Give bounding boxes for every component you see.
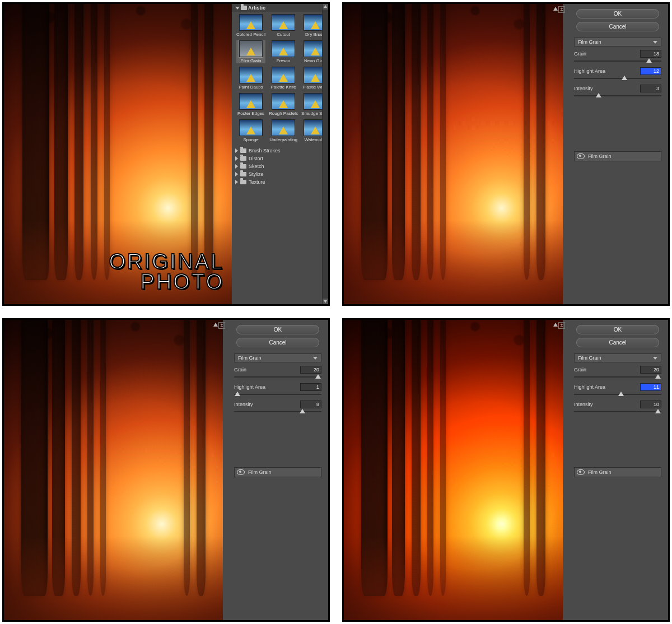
highlight-area-label: Highlight Area [234, 384, 300, 390]
folder-icon [240, 164, 246, 169]
grain-value[interactable]: 20 [300, 366, 321, 374]
scroll-up-icon[interactable] [323, 4, 328, 10]
folder-icon [240, 148, 246, 153]
ok-button[interactable]: OK [576, 325, 659, 334]
quad-original: ORIGINALPHOTO Artistic Colored PencilCut… [2, 2, 330, 306]
filter-select[interactable]: Film Grain [574, 38, 661, 46]
filter-thumb-label: Fresco [277, 58, 290, 63]
gallery-category-texture[interactable]: Texture [235, 178, 319, 186]
visibility-eye-icon[interactable] [577, 469, 585, 475]
filter-thumb-film-grain[interactable]: Film Grain [236, 40, 265, 63]
grain-slider[interactable] [234, 374, 321, 380]
filter-select-label: Film Grain [578, 39, 601, 45]
filter-thumb-poster-edges[interactable]: Poster Edges [236, 93, 265, 116]
filter-thumb-label: Poster Edges [237, 111, 264, 116]
quad-variant-2: ± OKCancelFilm GrainGrain18Highlight Are… [342, 2, 670, 306]
filter-category-list: Brush StrokesDistortSketchStylizeTexture [232, 146, 323, 187]
intensity-label: Intensity [574, 402, 640, 407]
expand-toggle-icon[interactable]: ± [558, 6, 565, 13]
highlight-area-value[interactable]: 1 [300, 383, 321, 391]
grain-label: Grain [574, 367, 640, 372]
expand-up-icon[interactable] [213, 322, 218, 328]
intensity-slider[interactable] [574, 409, 661, 415]
cancel-button[interactable]: Cancel [236, 338, 319, 347]
preview-image: ORIGINALPHOTO [4, 4, 232, 304]
chevron-down-icon [653, 41, 657, 44]
filter-thumb-cutout[interactable]: Cutout [269, 14, 298, 37]
chevron-down-icon [653, 357, 657, 360]
highlight-area-label: Highlight Area [574, 384, 640, 390]
grain-slider[interactable] [574, 374, 661, 380]
highlight-area-slider[interactable] [234, 392, 321, 397]
effect-layer-label: Film Grain [248, 469, 272, 475]
folder-icon [240, 156, 246, 161]
quad-variant-3: ± OKCancelFilm GrainGrain20Highlight Are… [2, 318, 330, 622]
cancel-button[interactable]: Cancel [576, 22, 659, 31]
filter-thumb-colored-pencil[interactable]: Colored Pencil [236, 14, 265, 37]
intensity-value[interactable]: 10 [640, 401, 661, 408]
cancel-button[interactable]: Cancel [576, 338, 659, 347]
effect-layer-row[interactable]: Film Grain [234, 467, 321, 477]
intensity-value[interactable]: 8 [300, 401, 321, 408]
intensity-value[interactable]: 3 [640, 85, 661, 92]
filter-thumb-fresco[interactable]: Fresco [269, 40, 298, 63]
filter-options-panel: OKCancelFilm GrainGrain20Highlight Area1… [227, 320, 328, 620]
expand-toggle-icon[interactable]: ± [558, 322, 565, 329]
chevron-right-icon [235, 148, 238, 153]
visibility-eye-icon[interactable] [577, 153, 585, 159]
highlight-area-value[interactable]: 11 [640, 383, 661, 391]
gallery-scrollbar[interactable] [322, 4, 328, 304]
filter-select[interactable]: Film Grain [574, 353, 661, 362]
filter-thumb-label: Sponge [243, 137, 259, 142]
chevron-right-icon [235, 164, 238, 169]
filter-thumb-label: Cutout [277, 32, 290, 37]
effect-layer-row[interactable]: Film Grain [574, 467, 661, 477]
filter-select[interactable]: Film Grain [234, 353, 321, 362]
filter-thumb-label: Film Grain [241, 58, 262, 63]
grain-slider[interactable] [574, 58, 661, 64]
gallery-category-artistic[interactable]: Artistic [232, 4, 323, 12]
gallery-category-stylize[interactable]: Stylize [235, 170, 319, 178]
grain-label: Grain [234, 367, 300, 372]
preview-image [344, 320, 563, 620]
grain-value[interactable]: 18 [640, 50, 661, 58]
filter-thumb-rough-pastels[interactable]: Rough Pastels [269, 93, 298, 116]
intensity-label: Intensity [574, 86, 640, 91]
filter-thumb-label: Palette Knife [270, 85, 296, 90]
folder-icon [240, 172, 246, 176]
filter-thumb-palette-knife[interactable]: Palette Knife [269, 67, 298, 90]
gallery-category-brush-strokes[interactable]: Brush Strokes [235, 147, 319, 155]
highlight-area-slider[interactable] [574, 76, 661, 81]
expand-up-icon[interactable] [553, 6, 558, 12]
effect-layer-label: Film Grain [588, 153, 612, 159]
preview-image [4, 320, 223, 620]
category-label: Texture [249, 179, 265, 185]
filter-select-label: Film Grain [578, 355, 601, 361]
intensity-slider[interactable] [234, 409, 321, 415]
expand-up-icon[interactable] [553, 322, 558, 328]
folder-icon [241, 6, 247, 10]
gallery-category-sketch[interactable]: Sketch [235, 162, 319, 170]
highlight-area-value[interactable]: 12 [640, 67, 661, 75]
scroll-down-icon[interactable] [323, 299, 328, 304]
filter-thumb-grid: Colored PencilCutoutDry BrushFilm GrainF… [232, 12, 323, 146]
filter-options-panel: OKCancelFilm GrainGrain18Highlight Area1… [567, 4, 668, 304]
effect-layer-label: Film Grain [588, 469, 612, 475]
filter-options-panel: OKCancelFilm GrainGrain20Highlight Area1… [567, 320, 668, 620]
filter-thumb-label: Underpainting [269, 137, 297, 142]
filter-thumb-sponge[interactable]: Sponge [236, 119, 265, 142]
gallery-category-distort[interactable]: Distort [235, 155, 319, 162]
grain-value[interactable]: 20 [640, 366, 661, 374]
filter-thumb-paint-daubs[interactable]: Paint Daubs [236, 67, 265, 90]
chevron-down-icon [313, 357, 318, 360]
highlight-area-slider[interactable] [574, 392, 661, 397]
visibility-eye-icon[interactable] [237, 469, 245, 475]
filter-thumb-underpainting[interactable]: Underpainting [269, 119, 298, 142]
ok-button[interactable]: OK [236, 325, 319, 334]
intensity-slider[interactable] [574, 93, 661, 99]
ok-button[interactable]: OK [576, 9, 659, 18]
effect-layer-row[interactable]: Film Grain [574, 151, 661, 161]
category-label: Sketch [249, 164, 264, 169]
expand-toggle-icon[interactable]: ± [218, 322, 225, 329]
quad-variant-4: ± OKCancelFilm GrainGrain20Highlight Are… [342, 318, 670, 622]
